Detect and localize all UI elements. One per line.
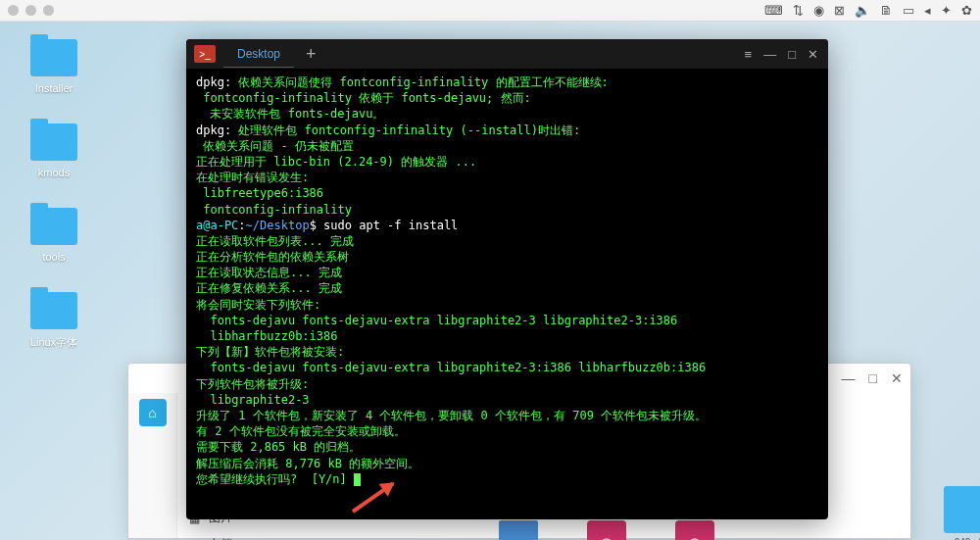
system-tray: ⌨⇅◉⊠🔈🗎▭◂✦✿ (764, 3, 972, 18)
folder-icon (30, 292, 77, 329)
tray-icon[interactable]: ⌨ (764, 3, 783, 18)
terminal-line: fonts-dejavu fonts-dejavu-extra libgraph… (196, 313, 818, 328)
folder-icon (30, 208, 77, 245)
tray-icon[interactable]: ✿ (961, 3, 972, 18)
terminal-line: 升级了 1 个软件包，新安装了 4 个软件包，要卸载 0 个软件包，有 709 … (196, 408, 818, 423)
tray-icon[interactable]: ◉ (813, 3, 824, 18)
terminal-line: fontconfig-infinality 依赖于 fonts-dejavu; … (196, 90, 818, 106)
terminal-line: libfreetype6:i386 (196, 185, 818, 201)
terminal-line: a@a-PC:~/Desktop$ sudo apt -f install (196, 218, 818, 233)
terminal-line: 解压缩后会消耗 8,776 kB 的额外空间。 (196, 456, 818, 471)
fm-min-button[interactable]: — (842, 370, 856, 386)
terminal-line: 有 2 个软件包没有被完全安装或卸载。 (196, 423, 818, 439)
desktop-folder[interactable]: tools (20, 208, 88, 263)
file-icon: ◉ (675, 520, 714, 540)
terminal-tab[interactable]: Desktop (223, 41, 294, 68)
terminal-min-button[interactable]: — (763, 47, 776, 62)
file-item[interactable]: ◉debian (667, 520, 722, 540)
file-item[interactable]: 042 eb (942, 486, 980, 540)
tray-icon[interactable]: 🔈 (855, 3, 870, 18)
terminal-menu-button[interactable]: ≡ (745, 47, 753, 62)
new-tab-button[interactable]: + (294, 44, 328, 65)
terminal-line: dpkg: 依赖关系问题使得 fontconfig-infinality 的配置… (196, 74, 818, 90)
terminal-line: 下列软件包将被升级: (196, 376, 818, 392)
fm-max-button[interactable]: □ (869, 370, 877, 386)
file-item[interactable]: ◉debian (579, 520, 634, 540)
terminal-line: 需要下载 2,865 kB 的归档。 (196, 439, 818, 455)
terminal-app-icon: >_ (194, 45, 216, 63)
desktop-icons: InstallerkmodstoolsLinux字体 (20, 39, 88, 379)
terminal-line: 依赖关系问题 - 仍未被配置 (196, 138, 818, 154)
terminal-line: 正在读取软件包列表... 完成 (196, 233, 818, 249)
nav-label: 文档 (209, 536, 232, 540)
min-light[interactable] (25, 5, 36, 16)
tray-icon[interactable]: ✦ (941, 3, 952, 18)
terminal-line: libharfbuzz0b:i386 (196, 328, 818, 344)
terminal-line: libgraphite2-3 (196, 392, 818, 408)
fm-nav-item[interactable]: 🗎文档 (177, 531, 295, 540)
desktop-folder-label: kmods (20, 167, 88, 178)
folder-icon (30, 39, 77, 76)
tray-icon[interactable]: ▭ (903, 3, 914, 18)
terminal-max-button[interactable]: □ (788, 47, 796, 62)
file-icon (944, 486, 980, 533)
fm-launcher-bar: ⌂ (128, 393, 177, 538)
file-item[interactable] (491, 520, 546, 540)
desktop-folder[interactable]: kmods (20, 123, 88, 178)
home-icon[interactable]: ⌂ (139, 399, 167, 426)
terminal-line: 下列【新】软件包将被安装: (196, 344, 818, 360)
terminal-output[interactable]: dpkg: 依赖关系问题使得 fontconfig-infinality 的配置… (186, 69, 828, 519)
desktop-folder-label: Linux字体 (20, 335, 88, 350)
desktop-folder-label: tools (20, 251, 88, 263)
desktop-folder[interactable]: Installer (20, 39, 88, 94)
system-topbar: ⌨⇅◉⊠🔈🗎▭◂✦✿ (0, 0, 980, 22)
terminal-tabbar[interactable]: >_ Desktop + ≡ — □ ✕ (186, 39, 828, 69)
terminal-line: 在处理时有错误发生: (196, 170, 818, 185)
max-light[interactable] (43, 5, 54, 16)
traffic-lights (8, 5, 54, 16)
terminal-line: 正在分析软件包的依赖关系树 (196, 249, 818, 265)
tray-icon[interactable]: ⊠ (834, 3, 845, 18)
terminal-line: 未安装软件包 fonts-dejavu。 (196, 106, 818, 122)
tray-icon[interactable]: ⇅ (793, 3, 804, 18)
desktop-folder[interactable]: Linux字体 (20, 292, 88, 350)
terminal-line: 正在处理用于 libc-bin (2.24-9) 的触发器 ... (196, 154, 818, 170)
file-icon: ◉ (587, 520, 626, 540)
fm-close-button[interactable]: ✕ (891, 370, 903, 386)
terminal-close-button[interactable]: ✕ (808, 47, 818, 62)
terminal-line: fontconfig-infinality (196, 202, 818, 218)
terminal-line: 正在读取状态信息... 完成 (196, 265, 818, 280)
terminal-line: 您希望继续执行吗? [Y/n] (196, 471, 818, 487)
tray-icon[interactable]: 🗎 (880, 3, 893, 18)
terminal-line: fonts-dejavu fonts-dejavu-extra libgraph… (196, 360, 818, 375)
terminal-line: dpkg: 处理软件包 fontconfig-infinality (--ins… (196, 123, 818, 138)
close-light[interactable] (8, 5, 19, 16)
terminal-line: 将会同时安装下列软件: (196, 297, 818, 313)
desktop-folder-label: Installer (20, 82, 88, 94)
file-icon (499, 520, 538, 540)
tray-icon[interactable]: ◂ (924, 3, 931, 18)
terminal-window[interactable]: >_ Desktop + ≡ — □ ✕ dpkg: 依赖关系问题使得 font… (186, 39, 828, 519)
terminal-line: 正在修复依赖关系... 完成 (196, 280, 818, 296)
terminal-cursor (354, 473, 361, 486)
folder-icon (30, 123, 77, 161)
